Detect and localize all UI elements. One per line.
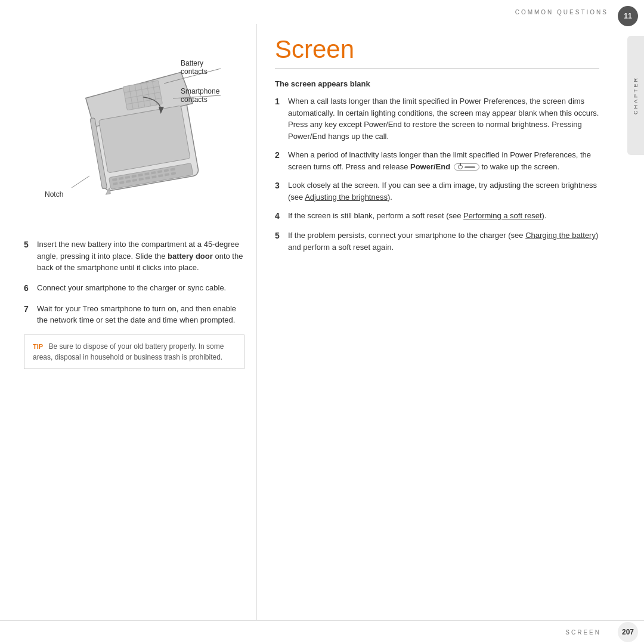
screen-step-4-number: 4 <box>275 210 288 222</box>
power-dot-icon <box>458 165 463 169</box>
svg-text:contacts: contacts <box>181 95 208 104</box>
tip-box: TIP Be sure to dispose of your old batte… <box>24 335 244 369</box>
screen-step-1-number: 1 <box>275 95 288 108</box>
step-6-number: 6 <box>24 282 37 295</box>
svg-text:contacts: contacts <box>181 67 208 76</box>
tip-text: Be sure to dispose of your old battery p… <box>33 342 224 361</box>
screen-step-3-number: 3 <box>275 179 288 192</box>
screen-step-1: 1 When a call lasts longer than the limi… <box>275 95 599 142</box>
left-column: Battery contacts Smartphone contacts Not… <box>0 24 256 620</box>
screen-step-4: 4 If the screen is still blank, perform … <box>275 210 599 222</box>
screen-step-5-text: If the problem persists, connect your sm… <box>288 230 599 253</box>
power-end-icon <box>454 163 479 171</box>
step-7: 7 Wait for your Treo smartphone to turn … <box>24 303 244 326</box>
step-5-number: 5 <box>24 239 37 251</box>
charging-battery-link[interactable]: Charging the battery <box>525 231 596 240</box>
power-end-dash <box>465 166 475 168</box>
svg-text:Notch: Notch <box>45 190 63 199</box>
svg-text:Smartphone: Smartphone <box>181 87 220 95</box>
main-content: Battery contacts Smartphone contacts Not… <box>0 24 623 620</box>
footer-label: SCREEN <box>565 629 601 636</box>
section-title: Screen <box>275 36 599 63</box>
screen-step-2: 2 When a period of inactivity lasts long… <box>275 149 599 172</box>
subsection-title: The screen appears blank <box>275 79 599 88</box>
chapter-badge: 11 <box>618 6 638 26</box>
screen-step-5-number: 5 <box>275 230 288 242</box>
performing-soft-reset-link[interactable]: Performing a soft reset <box>463 211 542 220</box>
screen-step-5: 5 If the problem persists, connect your … <box>275 230 599 253</box>
top-header: COMMON QUESTIONS <box>0 0 644 24</box>
svg-line-40 <box>72 176 89 188</box>
screen-step-4-text: If the screen is still blank, perform a … <box>288 210 599 222</box>
title-divider <box>275 68 599 69</box>
step-6: 6 Connect your smartphone to the charger… <box>24 282 244 295</box>
left-steps-list: 5 Insert the new battery into the compar… <box>24 239 244 326</box>
bottom-footer: SCREEN 207 <box>0 620 644 644</box>
screen-step-3-text: Look closely at the screen. If you can s… <box>288 179 599 203</box>
device-diagram: Battery contacts Smartphone contacts Not… <box>33 36 236 227</box>
step-7-text: Wait for your Treo smartphone to turn on… <box>37 303 244 326</box>
screen-step-3: 3 Look closely at the screen. If you can… <box>275 179 599 203</box>
screen-step-1-text: When a call lasts longer than the limit … <box>288 95 599 142</box>
adjusting-brightness-link[interactable]: Adjusting the brightness <box>305 193 388 202</box>
chapter-side-text: CHAPTER <box>633 76 639 114</box>
step-5: 5 Insert the new battery into the compar… <box>24 239 244 274</box>
tip-label: TIP <box>33 343 43 350</box>
screen-step-2-text: When a period of inactivity lasts longer… <box>288 149 599 172</box>
step-7-number: 7 <box>24 303 37 315</box>
footer-page-badge: 207 <box>618 622 638 642</box>
step-6-text: Connect your smartphone to the charger o… <box>37 282 244 294</box>
step-5-text: Insert the new battery into the compartm… <box>37 239 244 274</box>
screen-steps-list: 1 When a call lasts longer than the limi… <box>275 95 599 253</box>
svg-text:Battery: Battery <box>181 59 203 67</box>
chapter-side-label: CHAPTER <box>627 36 644 155</box>
screen-step-2-number: 2 <box>275 149 288 162</box>
common-questions-label: COMMON QUESTIONS <box>515 9 608 16</box>
right-column: Screen The screen appears blank 1 When a… <box>256 24 623 620</box>
